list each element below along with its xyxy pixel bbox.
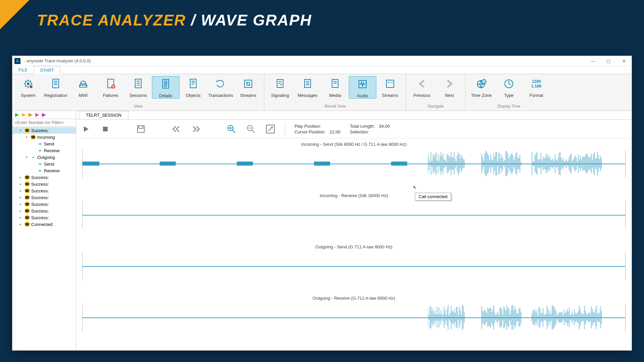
minimize-button[interactable]: —	[585, 56, 601, 66]
tree-node[interactable]: ▸☎Success:	[12, 201, 76, 207]
selection-value	[379, 129, 390, 134]
close-button[interactable]: ✕	[616, 56, 632, 66]
track-canvas[interactable]	[82, 201, 626, 229]
messages-icon	[302, 78, 313, 89]
ribbon-mwi-button[interactable]: MWI	[69, 76, 97, 98]
cursor-position-label: Cursor Position:	[294, 129, 325, 134]
ribbon-signaling-button[interactable]: Signaling	[266, 76, 294, 98]
tree-node[interactable]: ▸☎Success:	[12, 207, 76, 214]
ribbon-previous-button[interactable]: Previous	[408, 76, 436, 98]
tree-node[interactable]: ▾☎Incoming	[12, 134, 76, 140]
zoom-out-button[interactable]	[246, 124, 256, 134]
session-icon: ☎	[24, 208, 30, 214]
tree-node[interactable]: ▸☎Success:	[12, 187, 76, 194]
session-icon: ☎	[24, 181, 30, 187]
track: Incoming - Send (Silk 8000 Hz / G.711 A-…	[82, 142, 626, 178]
track-canvas[interactable]	[82, 149, 626, 178]
session-icon: ☎	[24, 222, 30, 227]
play-button[interactable]	[81, 124, 91, 134]
ribbon-signaling-label: Signaling	[271, 93, 289, 98]
svg-point-8	[81, 83, 82, 84]
ribbon-streams2-button[interactable]: Streams	[376, 76, 404, 98]
filter-input[interactable]	[12, 119, 76, 126]
mouse-cursor-icon: ↖	[413, 185, 418, 191]
ribbon-streams2-label: Streams	[382, 93, 398, 98]
ribbon-transactions-label: Transactions	[208, 93, 233, 98]
ribbon-previous-label: Previous	[414, 93, 431, 98]
streams2-icon	[384, 78, 396, 89]
tab-start[interactable]: START	[34, 66, 60, 74]
svg-point-1	[27, 83, 29, 85]
session-icon: ☎	[24, 188, 30, 193]
play-position-label: Play Position:	[294, 124, 325, 129]
page-banner: TRACE ANALYZER / WAVE GRAPH	[0, 0, 644, 40]
tree-node[interactable]: ▸☎Success:	[12, 174, 76, 181]
stop-button[interactable]	[100, 124, 110, 134]
audio-burst	[83, 162, 99, 166]
ribbon-failures-label: Failures	[103, 93, 118, 98]
ribbon-type-button[interactable]: Type	[495, 76, 523, 98]
zoom-in-button[interactable]	[226, 124, 236, 134]
ribbon-failures-button[interactable]: Failures	[97, 76, 124, 98]
titlebar: A - anynode Trace Analyzer (4.0.0.0) — ▢…	[12, 56, 632, 66]
flag-icon[interactable]	[42, 113, 46, 117]
skip-forward-button[interactable]	[191, 124, 201, 134]
signaling-icon	[274, 78, 286, 89]
check-icon: ✔	[31, 155, 36, 160]
svg-rect-27	[245, 80, 252, 87]
playback-info: Play Position: Cursor Position: 22,00	[294, 124, 340, 134]
tree-node[interactable]: ▾✔Outgoing	[12, 154, 76, 161]
ribbon-system-button[interactable]: System	[14, 76, 42, 98]
ribbon-group-view-label: View	[12, 104, 264, 111]
ribbon-streams-button[interactable]: Streams	[234, 76, 262, 98]
failures-icon	[105, 78, 116, 89]
system-icon	[22, 78, 34, 89]
tree-node[interactable]: ➡Send	[12, 140, 76, 147]
track: Outgoing - Receive (G.711 A-law 8000 Hz)	[82, 296, 626, 331]
play-position-value	[329, 124, 340, 129]
ribbon-media-button[interactable]: Media	[321, 76, 349, 98]
ribbon-transactions-button[interactable]: Transactions	[207, 76, 234, 98]
ribbon-timezone-label: Time Zone	[471, 93, 492, 98]
zoom-fit-button[interactable]	[265, 124, 275, 134]
flag-icon[interactable]	[22, 113, 26, 117]
timezone-icon	[476, 78, 487, 89]
maximize-button[interactable]: ▢	[601, 56, 616, 66]
tree-node[interactable]: ▸☎Connected:	[12, 221, 76, 228]
ribbon-details-label: Details	[159, 93, 172, 98]
save-button[interactable]	[136, 124, 146, 134]
session-tab[interactable]: TELRT_SESSION	[79, 111, 128, 119]
tree-node[interactable]: ➡Send	[12, 161, 76, 167]
flag-icon[interactable]	[15, 113, 19, 117]
track-canvas[interactable]	[82, 252, 626, 280]
tree-node[interactable]: ▸☎Success:	[12, 181, 76, 187]
ribbon-next-label: Next	[445, 93, 454, 98]
ribbon-timezone-button[interactable]: Time Zone	[468, 76, 495, 98]
tree-node-label: Success:	[31, 175, 49, 180]
menubar: FILE START	[12, 66, 632, 74]
ribbon-sessions-button[interactable]: Sessions	[124, 76, 152, 98]
track: Incoming - Receive (Silk 16000 Hz)	[82, 193, 626, 229]
flag-icon[interactable]	[29, 113, 33, 117]
tree-node-label: Success:	[31, 202, 49, 207]
track-canvas[interactable]	[82, 303, 626, 331]
tree-node[interactable]: ▸☎Success:	[12, 214, 76, 221]
ribbon-messages-button[interactable]: Messages	[294, 76, 321, 98]
tab-file[interactable]: FILE	[12, 66, 34, 74]
ribbon-objects-button[interactable]: Objects	[179, 76, 207, 98]
ribbon-registration-button[interactable]: Registration	[42, 76, 69, 98]
tree-node[interactable]: ▸☎Success:	[12, 194, 76, 201]
flag-icon[interactable]	[35, 113, 39, 117]
ribbon-details-button[interactable]: Details	[152, 76, 179, 99]
tree-node[interactable]: ⬅Receive	[12, 167, 76, 174]
ribbon-format-button[interactable]: 11001.100Format	[523, 76, 550, 98]
ribbon-next-button[interactable]: Next	[436, 76, 463, 98]
tree-node[interactable]: ▾☎Success:	[12, 127, 76, 134]
session-icon: ☎	[24, 195, 30, 200]
skip-back-button[interactable]	[171, 124, 181, 134]
media-icon	[329, 78, 341, 89]
track-label: Outgoing - Receive (G.711 A-law 8000 Hz)	[82, 296, 626, 301]
tree-node[interactable]: ⬅Receive	[12, 147, 76, 154]
ribbon-audio-button[interactable]: Audio	[349, 76, 376, 99]
session-tab-strip: TELRT_SESSION	[76, 111, 632, 120]
